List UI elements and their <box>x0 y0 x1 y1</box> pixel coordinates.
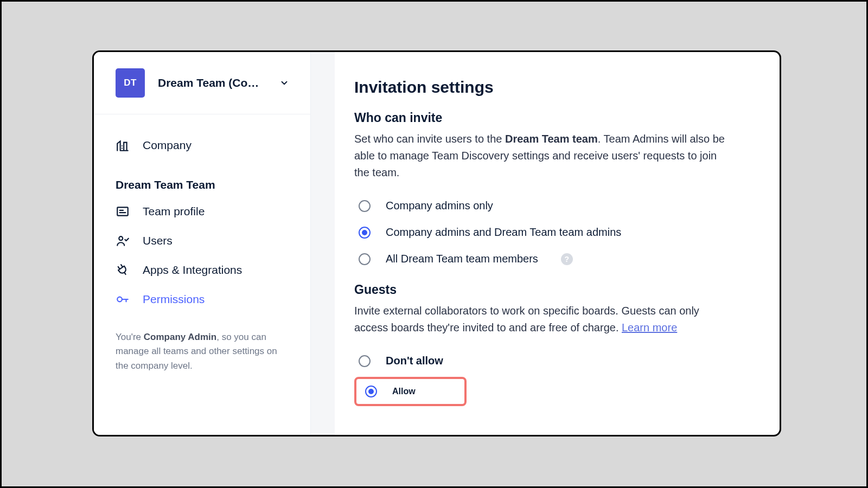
key-icon <box>116 292 130 306</box>
sidebar-item-label: Company <box>143 139 192 152</box>
radio-label: Company admins and Dream Team team admin… <box>386 226 621 239</box>
main-content: Invitation settings Who can invite Set w… <box>335 52 780 435</box>
sidebar-item-label: Apps & Integrations <box>143 264 242 277</box>
radio-label: Don't allow <box>386 355 443 367</box>
company-icon <box>116 138 130 152</box>
help-icon[interactable]: ? <box>561 253 573 265</box>
settings-panel: DT Dream Team (Co… Company Dream Team Te… <box>92 50 781 436</box>
team-badge: DT <box>116 68 145 98</box>
radio-icon <box>359 200 371 212</box>
sidebar-item-team-profile[interactable]: Team profile <box>116 197 294 226</box>
radio-guests-dont-allow[interactable]: Don't allow <box>354 348 751 375</box>
radio-label: Allow <box>392 387 416 396</box>
sidebar-item-label: Users <box>143 234 173 247</box>
desc-text: Set who can invite users to the <box>354 133 505 145</box>
radio-label: Company admins only <box>386 200 493 212</box>
sidebar-item-label: Team profile <box>143 205 205 218</box>
sidebar: DT Dream Team (Co… Company Dream Team Te… <box>94 52 311 435</box>
chevron-down-icon <box>279 78 289 88</box>
radio-icon <box>359 355 371 367</box>
plug-icon <box>116 263 130 277</box>
who-can-invite-section: Who can invite Set who can invite users … <box>354 111 751 273</box>
page-title: Invitation settings <box>354 78 751 97</box>
users-icon <box>116 234 130 248</box>
section-description: Invite external collaborators to work on… <box>354 303 729 336</box>
sidebar-item-permissions[interactable]: Permissions <box>116 285 294 314</box>
desc-bold: Dream Team team <box>505 133 598 145</box>
guests-section: Guests Invite external collaborators to … <box>354 282 751 406</box>
radio-icon <box>359 227 371 239</box>
svg-point-1 <box>119 236 123 240</box>
radio-all-team-members[interactable]: All Dream Team team members ? <box>354 246 751 273</box>
radio-label: All Dream Team team members <box>386 253 538 265</box>
sidebar-item-label: Permissions <box>143 293 205 306</box>
svg-point-2 <box>117 297 122 302</box>
footnote-text: You're <box>116 332 144 342</box>
team-switcher-label: Dream Team (Co… <box>158 76 266 89</box>
sidebar-gap <box>311 52 335 435</box>
section-heading: Guests <box>354 282 751 297</box>
radio-company-admins-only[interactable]: Company admins only <box>354 193 751 220</box>
sidebar-nav: Company Dream Team Team Team profile Use… <box>94 114 310 314</box>
radio-icon <box>365 386 377 397</box>
team-switcher[interactable]: DT Dream Team (Co… <box>94 52 310 114</box>
learn-more-link[interactable]: Learn more <box>622 322 677 333</box>
sidebar-item-users[interactable]: Users <box>116 226 294 255</box>
sidebar-item-apps[interactable]: Apps & Integrations <box>116 255 294 285</box>
section-description: Set who can invite users to the Dream Te… <box>354 131 729 181</box>
svg-rect-0 <box>117 207 128 215</box>
sidebar-section-label: Dream Team Team <box>116 178 294 191</box>
radio-icon <box>359 253 371 265</box>
section-heading: Who can invite <box>354 111 751 125</box>
sidebar-footnote: You're Company Admin, so you can manage … <box>94 314 310 373</box>
sidebar-item-company[interactable]: Company <box>116 131 294 160</box>
radio-company-and-team-admins[interactable]: Company admins and Dream Team team admin… <box>354 220 751 246</box>
profile-card-icon <box>116 204 130 219</box>
footnote-role: Company Admin <box>144 332 216 342</box>
radio-guests-allow[interactable]: Allow <box>354 377 467 406</box>
